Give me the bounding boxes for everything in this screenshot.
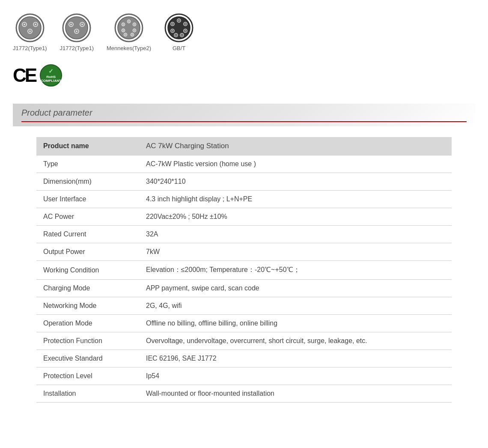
product-params-table: Product name AC 7kW Charging Station Typ…	[36, 137, 452, 403]
connector-j1772-a: J1772(Type1)	[13, 13, 47, 51]
ce-logo: CE	[13, 66, 36, 85]
svg-point-43	[184, 30, 186, 32]
row-label: Protection Function	[36, 332, 139, 350]
table-row: Rated Current 32A	[36, 226, 452, 243]
row-value: Wall-mounted or floor-mounted installati…	[139, 385, 452, 403]
svg-point-15	[76, 30, 77, 32]
svg-point-23	[134, 24, 135, 25]
svg-point-45	[175, 34, 177, 36]
svg-point-4	[24, 24, 25, 25]
table-row: Output Power 7kW	[36, 243, 452, 261]
table-row: Installation Wall-mounted or floor-mount…	[36, 385, 452, 403]
row-value: APP payment, swipe card, scan code	[139, 280, 452, 297]
svg-point-37	[172, 23, 173, 25]
row-label: User Interface	[36, 191, 139, 208]
svg-point-1	[19, 17, 41, 39]
table-row: User Interface 4.3 inch highlight displa…	[36, 191, 452, 208]
row-value: 4.3 inch highlight display ; L+N+PE	[139, 191, 452, 208]
connector-gbt: GB/T	[164, 13, 194, 51]
svg-point-25	[123, 30, 124, 31]
rohs-badge: ✓ RoHS COMPLIANT	[40, 64, 62, 87]
table-row: Protection Function Overvoltage, undervo…	[36, 332, 452, 350]
row-label: Rated Current	[36, 226, 139, 243]
connector-mennekes-label: Mennekes(Type2)	[107, 45, 151, 51]
table-row: Networking Mode 2G, 4G, wifi	[36, 297, 452, 315]
row-value: 220Vac±20% ; 50Hz ±10%	[139, 208, 452, 226]
svg-point-27	[134, 30, 135, 31]
table-header-row: Product name AC 7kW Charging Station	[36, 137, 452, 155]
row-label: AC Power	[36, 208, 139, 226]
row-label: Executive Standard	[36, 350, 139, 367]
section-title: Product parameter	[21, 108, 92, 117]
j1772-type1-icon-b	[62, 13, 92, 43]
header-value: AC 7kW Charging Station	[139, 137, 452, 155]
svg-point-41	[172, 30, 173, 32]
row-value: 2G, 4G, wifi	[139, 297, 452, 315]
connector-j1772-b-label: J1772(Type1)	[60, 45, 94, 51]
row-value: Ip54	[139, 367, 452, 385]
row-value: 7kW	[139, 243, 452, 261]
row-label: Charging Mode	[36, 280, 139, 297]
certifications-row: CE ✓ RoHS COMPLIANT	[13, 64, 475, 87]
table-row: AC Power 220Vac±20% ; 50Hz ±10%	[36, 208, 452, 226]
svg-point-47	[181, 34, 183, 36]
row-value: Overvoltage, undervoltage, overcurrent, …	[139, 332, 452, 350]
row-value: 32A	[139, 226, 452, 243]
table-row: Type AC-7kW Plastic version (home use )	[36, 155, 452, 173]
table-row: Charging Mode APP payment, swipe card, s…	[36, 280, 452, 297]
connector-j1772-a-label: J1772(Type1)	[13, 45, 47, 51]
table-row: Operation Mode Offline no billing, offli…	[36, 315, 452, 332]
svg-point-21	[123, 24, 124, 25]
header-label: Product name	[36, 137, 139, 155]
row-label: Networking Mode	[36, 297, 139, 315]
section-header: Product parameter	[13, 104, 475, 126]
svg-point-29	[125, 34, 126, 36]
svg-point-5	[35, 24, 36, 25]
connector-gbt-label: GB/T	[173, 45, 185, 51]
rohs-compliant-text: COMPLIANT	[41, 79, 61, 83]
row-value: IEC 62196, SAE J1772	[139, 350, 452, 367]
row-label: Type	[36, 155, 139, 173]
svg-point-12	[70, 24, 72, 25]
svg-point-9	[65, 17, 88, 39]
svg-point-13	[81, 24, 83, 25]
svg-point-7	[29, 30, 31, 32]
row-value: 340*240*110	[139, 173, 452, 191]
svg-point-35	[178, 20, 180, 21]
gbt-icon	[164, 13, 194, 43]
row-label: Output Power	[36, 243, 139, 261]
row-value: Offline no billing, offline billing, onl…	[139, 315, 452, 332]
table-row: Working Condition Elevation：≤2000m; Temp…	[36, 261, 452, 280]
mennekes-type2-icon	[114, 13, 144, 43]
table-row: Dimension(mm) 340*240*110	[36, 173, 452, 191]
connector-j1772-b: J1772(Type1)	[60, 13, 94, 51]
rohs-text: RoHS	[46, 75, 56, 79]
table-row: Executive Standard IEC 62196, SAE J1772	[36, 350, 452, 367]
table-row: Protection Level Ip54	[36, 367, 452, 385]
row-label: Dimension(mm)	[36, 173, 139, 191]
row-label: Protection Level	[36, 367, 139, 385]
connectors-row: J1772(Type1) J1772(Type1)	[13, 9, 475, 56]
svg-point-31	[132, 34, 133, 36]
row-value: Elevation：≤2000m; Temperature：-20℃~+50℃；	[139, 261, 452, 280]
connector-mennekes: Mennekes(Type2)	[107, 13, 151, 51]
svg-point-39	[184, 23, 186, 25]
row-label: Operation Mode	[36, 315, 139, 332]
svg-point-19	[128, 21, 130, 22]
rohs-checkmark: ✓	[48, 68, 54, 75]
row-label: Working Condition	[36, 261, 139, 280]
row-value: AC-7kW Plastic version (home use )	[139, 155, 452, 173]
row-label: Installation	[36, 385, 139, 403]
j1772-type1-icon-a	[15, 13, 45, 43]
